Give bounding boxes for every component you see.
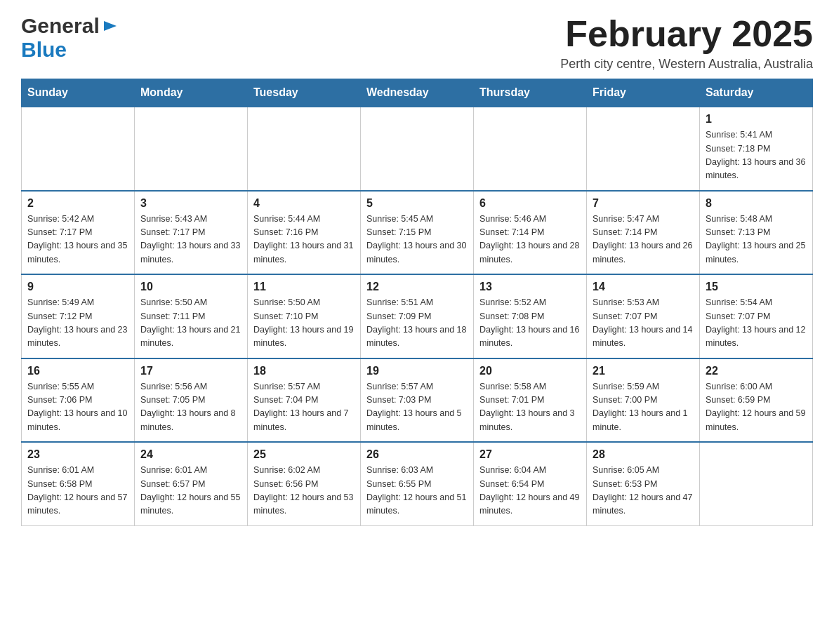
calendar-cell: 23Sunrise: 6:01 AMSunset: 6:58 PMDayligh… xyxy=(22,442,135,525)
calendar-cell: 3Sunrise: 5:43 AMSunset: 7:17 PMDaylight… xyxy=(135,191,248,275)
calendar-cell: 22Sunrise: 6:00 AMSunset: 6:59 PMDayligh… xyxy=(700,358,813,443)
weekday-header-tuesday: Tuesday xyxy=(248,79,361,107)
day-info: Sunrise: 5:42 AMSunset: 7:17 PMDaylight:… xyxy=(27,213,128,267)
calendar-cell xyxy=(135,107,248,191)
calendar-cell: 20Sunrise: 5:58 AMSunset: 7:01 PMDayligh… xyxy=(474,358,587,443)
calendar-cell: 28Sunrise: 6:05 AMSunset: 6:53 PMDayligh… xyxy=(587,442,700,525)
day-info: Sunrise: 5:54 AMSunset: 7:07 PMDaylight:… xyxy=(706,296,807,351)
logo-arrow-icon xyxy=(102,18,118,36)
calendar-cell: 24Sunrise: 6:01 AMSunset: 6:57 PMDayligh… xyxy=(135,442,248,525)
calendar-cell: 15Sunrise: 5:54 AMSunset: 7:07 PMDayligh… xyxy=(700,274,813,358)
week-row-2: 2Sunrise: 5:42 AMSunset: 7:17 PMDaylight… xyxy=(22,191,813,275)
day-info: Sunrise: 6:00 AMSunset: 6:59 PMDaylight:… xyxy=(706,380,807,435)
calendar-cell xyxy=(248,107,361,191)
calendar-cell: 4Sunrise: 5:44 AMSunset: 7:16 PMDaylight… xyxy=(248,191,361,275)
day-number: 10 xyxy=(140,281,241,293)
day-number: 23 xyxy=(27,448,128,461)
day-number: 28 xyxy=(593,448,694,461)
calendar-cell: 9Sunrise: 5:49 AMSunset: 7:12 PMDaylight… xyxy=(22,274,135,358)
weekday-header-thursday: Thursday xyxy=(474,79,587,107)
day-info: Sunrise: 5:50 AMSunset: 7:11 PMDaylight:… xyxy=(140,296,241,351)
logo-general-text: General xyxy=(21,14,100,38)
calendar-table: SundayMondayTuesdayWednesdayThursdayFrid… xyxy=(21,79,813,526)
day-number: 17 xyxy=(140,365,241,377)
day-number: 6 xyxy=(479,197,581,210)
day-info: Sunrise: 5:50 AMSunset: 7:10 PMDaylight:… xyxy=(253,296,355,351)
weekday-header-row: SundayMondayTuesdayWednesdayThursdayFrid… xyxy=(22,79,813,107)
day-info: Sunrise: 5:49 AMSunset: 7:12 PMDaylight:… xyxy=(27,296,128,351)
calendar-cell: 10Sunrise: 5:50 AMSunset: 7:11 PMDayligh… xyxy=(135,274,248,358)
day-number: 22 xyxy=(706,365,807,377)
day-number: 26 xyxy=(366,448,468,461)
calendar-title: February 2025 xyxy=(560,14,813,54)
day-info: Sunrise: 5:45 AMSunset: 7:15 PMDaylight:… xyxy=(366,213,468,267)
day-number: 7 xyxy=(593,197,694,210)
day-number: 1 xyxy=(706,113,807,126)
week-row-3: 9Sunrise: 5:49 AMSunset: 7:12 PMDaylight… xyxy=(22,274,813,358)
weekday-header-sunday: Sunday xyxy=(22,79,135,107)
day-number: 5 xyxy=(366,197,468,210)
calendar-cell xyxy=(700,442,813,525)
day-info: Sunrise: 5:57 AMSunset: 7:04 PMDaylight:… xyxy=(253,380,355,435)
calendar-cell: 26Sunrise: 6:03 AMSunset: 6:55 PMDayligh… xyxy=(361,442,474,525)
day-info: Sunrise: 5:59 AMSunset: 7:00 PMDaylight:… xyxy=(593,380,694,435)
day-info: Sunrise: 5:55 AMSunset: 7:06 PMDaylight:… xyxy=(27,380,128,435)
calendar-cell: 7Sunrise: 5:47 AMSunset: 7:14 PMDaylight… xyxy=(587,191,700,275)
svg-marker-0 xyxy=(104,21,117,31)
calendar-cell: 11Sunrise: 5:50 AMSunset: 7:10 PMDayligh… xyxy=(248,274,361,358)
day-info: Sunrise: 6:02 AMSunset: 6:56 PMDaylight:… xyxy=(253,464,355,518)
page-header: General Blue February 2025 Perth city ce… xyxy=(21,14,813,72)
weekday-header-friday: Friday xyxy=(587,79,700,107)
calendar-cell: 14Sunrise: 5:53 AMSunset: 7:07 PMDayligh… xyxy=(587,274,700,358)
day-number: 12 xyxy=(366,281,468,293)
logo-blue-text: Blue xyxy=(21,38,67,61)
calendar-subtitle: Perth city centre, Western Australia, Au… xyxy=(560,57,813,72)
calendar-cell xyxy=(361,107,474,191)
calendar-cell: 12Sunrise: 5:51 AMSunset: 7:09 PMDayligh… xyxy=(361,274,474,358)
day-info: Sunrise: 5:43 AMSunset: 7:17 PMDaylight:… xyxy=(140,213,241,267)
calendar-cell: 18Sunrise: 5:57 AMSunset: 7:04 PMDayligh… xyxy=(248,358,361,443)
week-row-5: 23Sunrise: 6:01 AMSunset: 6:58 PMDayligh… xyxy=(22,442,813,525)
day-number: 16 xyxy=(27,365,128,377)
day-number: 14 xyxy=(593,281,694,293)
calendar-cell xyxy=(22,107,135,191)
day-number: 19 xyxy=(366,365,468,377)
calendar-cell: 25Sunrise: 6:02 AMSunset: 6:56 PMDayligh… xyxy=(248,442,361,525)
day-info: Sunrise: 6:05 AMSunset: 6:53 PMDaylight:… xyxy=(593,464,694,518)
day-number: 20 xyxy=(479,365,581,377)
week-row-4: 16Sunrise: 5:55 AMSunset: 7:06 PMDayligh… xyxy=(22,358,813,443)
day-number: 2 xyxy=(27,197,128,210)
title-section: February 2025 Perth city centre, Western… xyxy=(560,14,813,72)
week-row-1: 1Sunrise: 5:41 AMSunset: 7:18 PMDaylight… xyxy=(22,107,813,191)
day-info: Sunrise: 6:04 AMSunset: 6:54 PMDaylight:… xyxy=(479,464,581,518)
calendar-cell xyxy=(587,107,700,191)
calendar-cell: 8Sunrise: 5:48 AMSunset: 7:13 PMDaylight… xyxy=(700,191,813,275)
day-info: Sunrise: 5:46 AMSunset: 7:14 PMDaylight:… xyxy=(479,213,581,267)
weekday-header-monday: Monday xyxy=(135,79,248,107)
calendar-cell: 19Sunrise: 5:57 AMSunset: 7:03 PMDayligh… xyxy=(361,358,474,443)
day-info: Sunrise: 6:01 AMSunset: 6:57 PMDaylight:… xyxy=(140,464,241,518)
day-info: Sunrise: 5:58 AMSunset: 7:01 PMDaylight:… xyxy=(479,380,581,435)
calendar-cell: 16Sunrise: 5:55 AMSunset: 7:06 PMDayligh… xyxy=(22,358,135,443)
day-info: Sunrise: 5:53 AMSunset: 7:07 PMDaylight:… xyxy=(593,296,694,351)
logo: General Blue xyxy=(21,14,118,62)
day-number: 9 xyxy=(27,281,128,293)
day-info: Sunrise: 5:44 AMSunset: 7:16 PMDaylight:… xyxy=(253,213,355,267)
calendar-cell: 1Sunrise: 5:41 AMSunset: 7:18 PMDaylight… xyxy=(700,107,813,191)
calendar-cell: 2Sunrise: 5:42 AMSunset: 7:17 PMDaylight… xyxy=(22,191,135,275)
day-info: Sunrise: 5:52 AMSunset: 7:08 PMDaylight:… xyxy=(479,296,581,351)
day-number: 25 xyxy=(253,448,355,461)
day-info: Sunrise: 5:56 AMSunset: 7:05 PMDaylight:… xyxy=(140,380,241,435)
day-number: 11 xyxy=(253,281,355,293)
day-info: Sunrise: 5:47 AMSunset: 7:14 PMDaylight:… xyxy=(593,213,694,267)
calendar-cell: 17Sunrise: 5:56 AMSunset: 7:05 PMDayligh… xyxy=(135,358,248,443)
day-number: 4 xyxy=(253,197,355,210)
weekday-header-wednesday: Wednesday xyxy=(361,79,474,107)
day-info: Sunrise: 5:51 AMSunset: 7:09 PMDaylight:… xyxy=(366,296,468,351)
calendar-cell: 13Sunrise: 5:52 AMSunset: 7:08 PMDayligh… xyxy=(474,274,587,358)
calendar-cell: 6Sunrise: 5:46 AMSunset: 7:14 PMDaylight… xyxy=(474,191,587,275)
day-info: Sunrise: 5:57 AMSunset: 7:03 PMDaylight:… xyxy=(366,380,468,435)
day-number: 18 xyxy=(253,365,355,377)
calendar-cell: 27Sunrise: 6:04 AMSunset: 6:54 PMDayligh… xyxy=(474,442,587,525)
calendar-cell xyxy=(474,107,587,191)
